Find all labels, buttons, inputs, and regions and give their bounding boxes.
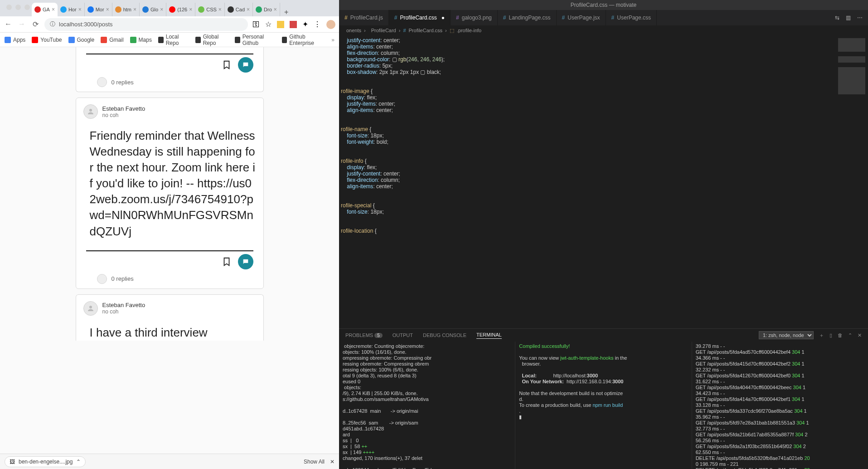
bookmark-item[interactable]: Global Repo xyxy=(195,34,228,46)
bookmark-item[interactable]: Personal Github xyxy=(235,34,276,46)
traffic-min[interactable] xyxy=(15,5,21,10)
replies-count: 0 replies xyxy=(112,79,134,86)
browser-tab[interactable]: GA× xyxy=(32,3,58,16)
breadcrumb-segment[interactable]: ProfileCard xyxy=(371,28,396,33)
kill-terminal-icon[interactable]: 🗑 xyxy=(838,332,843,338)
terminal-2[interactable]: Compiled successfully! You can now view … xyxy=(515,342,692,469)
menu-icon[interactable]: ⋮ xyxy=(314,20,321,29)
panel-tab-output[interactable]: OUTPUT xyxy=(393,332,413,338)
terminal-1[interactable]: objecremote: Counting objecremote: objec… xyxy=(339,342,515,469)
download-item[interactable]: 🖼 ben-den-engelse....jpg ⌃ xyxy=(5,456,86,467)
close-tab-icon[interactable]: × xyxy=(133,6,136,13)
more-icon[interactable]: ⋯ xyxy=(857,15,863,21)
bookmark-item[interactable]: Gmail xyxy=(101,37,123,43)
address-field[interactable]: ⓘ localhost:3000/posts xyxy=(44,18,248,31)
avatar[interactable] xyxy=(83,301,98,316)
code-editor[interactable]: justify-content: center; align-items: ce… xyxy=(339,35,868,328)
tab-filename: ProfileCard.js xyxy=(350,15,383,21)
star-icon[interactable]: ☆ xyxy=(265,20,272,29)
bookmark-icon[interactable] xyxy=(222,59,232,71)
close-tab-icon[interactable]: × xyxy=(52,6,55,13)
bookmarks-overflow[interactable]: » xyxy=(331,37,335,43)
browser-tab[interactable]: Hor× xyxy=(58,3,85,16)
browser-tab[interactable]: Cad× xyxy=(225,3,253,16)
ext-icon-2[interactable] xyxy=(290,21,297,28)
editor-tab[interactable]: #LandingPage.css xyxy=(498,10,557,25)
favicon xyxy=(142,6,149,13)
traffic-close[interactable] xyxy=(6,5,12,10)
editor-tab[interactable]: #ProfileCard.css● xyxy=(389,10,451,25)
editor-tab[interactable]: #UserPage.css xyxy=(606,10,657,25)
close-tab-icon[interactable]: × xyxy=(106,6,109,13)
browser-tab[interactable]: htm× xyxy=(112,3,140,16)
file-type-icon: # xyxy=(562,15,565,21)
editor-tab[interactable]: #galogo3.png xyxy=(451,10,498,25)
browser-tab[interactable]: Mor× xyxy=(85,3,112,16)
avatar[interactable] xyxy=(83,104,98,119)
reload-button[interactable]: ⟳ xyxy=(31,20,40,29)
show-all-downloads[interactable]: Show All xyxy=(304,459,325,465)
new-tab-button[interactable]: + xyxy=(280,8,293,16)
terminal-3[interactable]: 39.278 ms - - GET /api/posts/5fda4ad570c… xyxy=(692,342,868,469)
split-editor-icon[interactable]: ▥ xyxy=(846,15,851,21)
browser-tab[interactable]: (126× xyxy=(166,3,195,16)
breadcrumb-segment[interactable]: ProfileCard.css xyxy=(409,28,443,33)
breadcrumb[interactable]: onents›ProfileCard›#ProfileCard.css›⬚.pr… xyxy=(339,25,868,35)
editor-tab[interactable]: #UserPage.jsx xyxy=(557,10,606,25)
panel-tab-problems[interactable]: PROBLEMS 5 xyxy=(345,332,383,338)
panel-tab-debug[interactable]: DEBUG CONSOLE xyxy=(423,332,466,338)
close-downloads-bar[interactable]: ✕ xyxy=(330,459,335,465)
url-text: localhost:3000/posts xyxy=(59,21,113,28)
bookmark-item[interactable]: YouTube xyxy=(32,37,62,43)
chevron-up-icon[interactable]: ⌃ xyxy=(76,459,81,465)
bookmark-item[interactable]: Maps xyxy=(130,37,152,43)
close-tab-icon[interactable]: × xyxy=(218,6,222,13)
close-tab-icon[interactable]: × xyxy=(247,6,250,13)
replies-row[interactable]: 0 replies xyxy=(83,274,256,284)
bookmark-item[interactable]: Google xyxy=(68,37,95,43)
terminals[interactable]: objecremote: Counting objecremote: objec… xyxy=(339,342,868,469)
browser-tab[interactable]: Glo× xyxy=(140,3,166,16)
tab-filename: LandingPage.css xyxy=(509,15,550,21)
post-author: Esteban Favetto xyxy=(102,105,145,112)
ext-icon-1[interactable] xyxy=(277,21,284,28)
close-tab-icon[interactable]: × xyxy=(274,6,277,13)
post-actions xyxy=(86,54,253,73)
comment-button[interactable] xyxy=(238,254,253,269)
extensions-icon[interactable]: ✦ xyxy=(302,20,308,29)
browser-tab[interactable]: Dro× xyxy=(253,3,280,16)
close-tab-icon[interactable]: × xyxy=(189,6,192,13)
comment-button[interactable] xyxy=(238,57,253,73)
editor-tab[interactable]: #ProfileCard.js xyxy=(339,10,389,25)
traffic-max[interactable] xyxy=(24,5,30,10)
maximize-panel-icon[interactable]: ⌃ xyxy=(848,332,852,338)
close-panel-icon[interactable]: ✕ xyxy=(858,332,862,338)
key-icon[interactable]: ⚿ xyxy=(252,20,260,29)
bookmark-icon[interactable] xyxy=(222,256,232,268)
browser-tab[interactable]: CSS× xyxy=(195,3,225,16)
replies-row[interactable]: 0 replies xyxy=(83,77,256,87)
panel-tab-terminal[interactable]: TERMINAL xyxy=(476,332,502,339)
bookmark-label: Apps xyxy=(13,37,25,43)
close-tab-icon[interactable]: × xyxy=(78,6,82,13)
site-info-icon[interactable]: ⓘ xyxy=(50,20,55,28)
bookmark-item[interactable]: Github Enterprise xyxy=(282,34,325,46)
breadcrumb-segment[interactable]: .profile-info xyxy=(457,28,481,33)
panel: PROBLEMS 5 OUTPUT DEBUG CONSOLE TERMINAL… xyxy=(339,328,868,469)
back-button[interactable]: ← xyxy=(4,20,13,29)
avatar-icon[interactable] xyxy=(326,20,335,29)
terminal-select[interactable]: 1: zsh, node, node xyxy=(759,331,814,339)
bookmark-icon xyxy=(68,37,75,43)
bookmark-item[interactable]: Local Repo xyxy=(158,34,189,46)
address-bar: ← → ⟳ ⓘ localhost:3000/posts ⚿ ☆ ✦ ⋮ xyxy=(0,16,339,33)
bookmark-item[interactable]: Apps xyxy=(5,37,25,43)
minimap[interactable] xyxy=(827,35,868,328)
tab-close-icon[interactable]: ● xyxy=(441,15,445,21)
close-tab-icon[interactable]: × xyxy=(160,6,163,13)
forward-button[interactable]: → xyxy=(17,20,26,29)
split-terminal-icon[interactable]: ▯ xyxy=(829,332,832,338)
new-terminal-icon[interactable]: ＋ xyxy=(819,332,824,339)
breadcrumb-segment[interactable]: onents xyxy=(346,28,361,33)
svg-point-0 xyxy=(89,109,92,112)
compare-icon[interactable]: ⇆ xyxy=(835,15,839,21)
